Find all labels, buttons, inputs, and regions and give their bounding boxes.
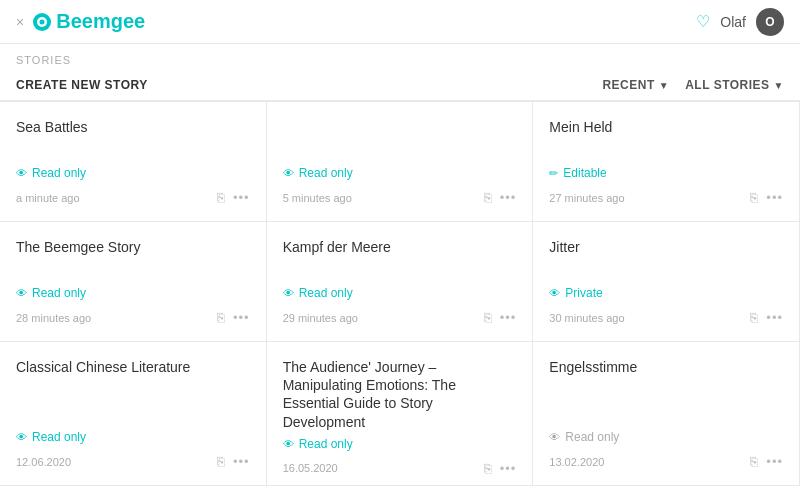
badge-label: Editable xyxy=(563,166,606,180)
story-badge: 👁 Read only xyxy=(283,437,517,451)
story-badge: ✏ Editable xyxy=(549,166,783,180)
all-stories-filter[interactable]: ALL STORIES ▼ xyxy=(685,78,784,92)
copy-icon[interactable]: ⎘ xyxy=(217,190,225,205)
story-card[interactable]: Engelsstimme 👁 Read only 13.02.2020 ⎘ ••… xyxy=(533,342,800,486)
more-options-icon[interactable]: ••• xyxy=(233,454,250,469)
story-title: Mein Held xyxy=(549,118,783,160)
recent-filter[interactable]: RECENT ▼ xyxy=(602,78,669,92)
more-options-icon[interactable]: ••• xyxy=(500,310,517,325)
username-label: Olaf xyxy=(720,14,746,30)
story-actions: ⎘ ••• xyxy=(750,454,783,469)
recent-label: RECENT xyxy=(602,78,654,92)
story-badge: 👁 Read only xyxy=(549,430,783,444)
more-options-icon[interactable]: ••• xyxy=(766,454,783,469)
logo-text: Beemgee xyxy=(56,10,145,33)
copy-icon[interactable]: ⎘ xyxy=(484,190,492,205)
more-options-icon[interactable]: ••• xyxy=(500,190,517,205)
story-time: 5 minutes ago xyxy=(283,192,352,204)
story-badge: 👁 Read only xyxy=(16,430,250,444)
story-card[interactable]: Kampf der Meere 👁 Read only 29 minutes a… xyxy=(267,222,534,342)
story-card[interactable]: The Beemgee Story 👁 Read only 28 minutes… xyxy=(0,222,267,342)
close-icon[interactable]: × xyxy=(16,14,24,30)
story-card[interactable]: The Audience' Journey – Manipulating Emo… xyxy=(267,342,534,486)
story-badge: 👁 Read only xyxy=(16,166,250,180)
badge-icon: 👁 xyxy=(549,431,560,443)
story-card[interactable]: Mein Held ✏ Editable 27 minutes ago ⎘ ••… xyxy=(533,102,800,222)
story-footer: 28 minutes ago ⎘ ••• xyxy=(16,310,250,325)
story-card[interactable]: Jitter 👁 Private 30 minutes ago ⎘ ••• xyxy=(533,222,800,342)
recent-dropdown-icon: ▼ xyxy=(659,80,669,91)
stories-grid: Sea Battles 👁 Read only a minute ago ⎘ •… xyxy=(0,102,800,486)
logo-icon xyxy=(32,12,52,32)
heart-icon[interactable]: ♡ xyxy=(696,12,710,31)
story-badge: 👁 Read only xyxy=(16,286,250,300)
more-options-icon[interactable]: ••• xyxy=(233,190,250,205)
copy-icon[interactable]: ⎘ xyxy=(217,454,225,469)
copy-icon[interactable]: ⎘ xyxy=(217,310,225,325)
svg-point-2 xyxy=(40,19,45,24)
badge-label: Private xyxy=(565,286,602,300)
all-stories-label: ALL STORIES xyxy=(685,78,769,92)
story-footer: 29 minutes ago ⎘ ••• xyxy=(283,310,517,325)
story-footer: 30 minutes ago ⎘ ••• xyxy=(549,310,783,325)
copy-icon[interactable]: ⎘ xyxy=(484,461,492,476)
badge-label: Read only xyxy=(32,430,86,444)
logo: Beemgee xyxy=(32,10,145,33)
more-options-icon[interactable]: ••• xyxy=(766,190,783,205)
copy-icon[interactable]: ⎘ xyxy=(750,454,758,469)
story-footer: 5 minutes ago ⎘ ••• xyxy=(283,190,517,205)
copy-icon[interactable]: ⎘ xyxy=(484,310,492,325)
badge-icon: 👁 xyxy=(16,287,27,299)
story-footer: 16.05.2020 ⎘ ••• xyxy=(283,461,517,476)
story-time: a minute ago xyxy=(16,192,80,204)
badge-label: Read only xyxy=(299,166,353,180)
badge-label: Read only xyxy=(299,437,353,451)
story-title: The Audience' Journey – Manipulating Emo… xyxy=(283,358,517,431)
story-time: 16.05.2020 xyxy=(283,462,338,474)
story-title: Engelsstimme xyxy=(549,358,783,424)
more-options-icon[interactable]: ••• xyxy=(766,310,783,325)
story-title xyxy=(283,118,517,160)
badge-icon: 👁 xyxy=(283,438,294,450)
more-options-icon[interactable]: ••• xyxy=(233,310,250,325)
story-footer: 27 minutes ago ⎘ ••• xyxy=(549,190,783,205)
story-title: The Beemgee Story xyxy=(16,238,250,280)
story-actions: ⎘ ••• xyxy=(484,310,517,325)
badge-icon: 👁 xyxy=(16,167,27,179)
story-title: Sea Battles xyxy=(16,118,250,160)
badge-label: Read only xyxy=(32,286,86,300)
stories-grid-wrapper: Sea Battles 👁 Read only a minute ago ⎘ •… xyxy=(0,101,800,486)
story-card[interactable]: Sea Battles 👁 Read only a minute ago ⎘ •… xyxy=(0,102,267,222)
copy-icon[interactable]: ⎘ xyxy=(750,190,758,205)
story-actions: ⎘ ••• xyxy=(484,190,517,205)
story-actions: ⎘ ••• xyxy=(484,461,517,476)
story-card[interactable]: 👁 Read only 5 minutes ago ⎘ ••• xyxy=(267,102,534,222)
create-new-story-button[interactable]: CREATE NEW STORY xyxy=(16,78,148,92)
toolbar-right: RECENT ▼ ALL STORIES ▼ xyxy=(602,78,784,92)
header-right: ♡ Olaf O xyxy=(696,8,784,36)
story-time: 30 minutes ago xyxy=(549,312,624,324)
header-left: × Beemgee xyxy=(16,10,145,33)
avatar[interactable]: O xyxy=(756,8,784,36)
story-badge: 👁 Read only xyxy=(283,286,517,300)
section-label: STORIES xyxy=(0,44,800,70)
story-actions: ⎘ ••• xyxy=(217,190,250,205)
story-title: Jitter xyxy=(549,238,783,280)
story-time: 28 minutes ago xyxy=(16,312,91,324)
more-options-icon[interactable]: ••• xyxy=(500,461,517,476)
story-footer: 13.02.2020 ⎘ ••• xyxy=(549,454,783,469)
story-actions: ⎘ ••• xyxy=(217,454,250,469)
story-badge: 👁 Private xyxy=(549,286,783,300)
all-stories-dropdown-icon: ▼ xyxy=(774,80,784,91)
badge-label: Read only xyxy=(565,430,619,444)
story-time: 29 minutes ago xyxy=(283,312,358,324)
badge-icon: 👁 xyxy=(283,167,294,179)
badge-icon: 👁 xyxy=(549,287,560,299)
badge-label: Read only xyxy=(32,166,86,180)
story-footer: a minute ago ⎘ ••• xyxy=(16,190,250,205)
story-card[interactable]: Classical Chinese Literature 👁 Read only… xyxy=(0,342,267,486)
toolbar: CREATE NEW STORY RECENT ▼ ALL STORIES ▼ xyxy=(0,70,800,101)
copy-icon[interactable]: ⎘ xyxy=(750,310,758,325)
story-time: 12.06.2020 xyxy=(16,456,71,468)
app-header: × Beemgee ♡ Olaf O xyxy=(0,0,800,44)
